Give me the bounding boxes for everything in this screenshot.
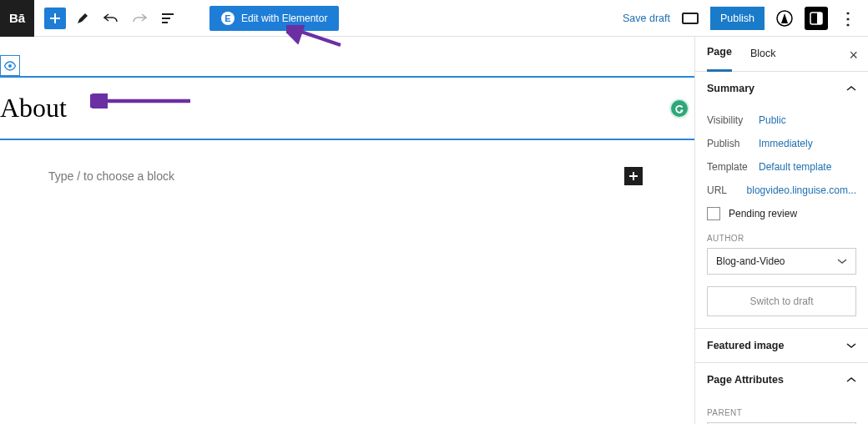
close-sidebar-button[interactable]: × <box>849 47 858 64</box>
author-section-label: AUTHOR <box>707 234 856 243</box>
visibility-label: Visibility <box>707 114 759 126</box>
edit-icon[interactable] <box>71 7 94 30</box>
svg-rect-2 <box>817 13 822 24</box>
publish-row: Publish Immediately <box>707 132 856 155</box>
url-row: URL blogvideo.linguise.com... <box>707 179 856 202</box>
elementor-label: Edit with Elementor <box>241 13 327 24</box>
parent-label: PARENT <box>707 408 856 417</box>
author-value: Blog-and-Video <box>716 255 785 267</box>
svg-point-3 <box>8 64 12 68</box>
url-value[interactable]: blogvideo.linguise.com... <box>747 184 856 196</box>
add-block-button[interactable] <box>44 8 66 29</box>
edit-with-elementor-button[interactable]: E Edit with Elementor <box>209 6 339 31</box>
pending-review-checkbox[interactable] <box>707 207 720 220</box>
pending-review-label: Pending review <box>729 208 797 220</box>
undo-icon[interactable] <box>99 7 123 30</box>
toolbar-right: Save draft Publish ⋮ <box>623 7 860 30</box>
featured-image-panel: Featured image <box>695 329 868 363</box>
sidebar-tabs: Page Block × <box>695 37 868 72</box>
elementor-icon: E <box>221 12 235 25</box>
editor-canvas: Type / to choose a block <box>0 37 694 424</box>
page-attributes-title: Page Attributes <box>707 374 784 386</box>
chevron-up-icon <box>846 374 856 386</box>
switch-to-draft-button[interactable]: Switch to draft <box>707 286 856 316</box>
summary-title: Summary <box>707 83 754 94</box>
visibility-value[interactable]: Public <box>759 114 786 126</box>
author-select[interactable]: Blog-and-Video <box>707 248 856 275</box>
main-area: Type / to choose a block Page Block × Su… <box>0 37 868 424</box>
settings-panel-toggle[interactable] <box>805 7 828 30</box>
visibility-marker[interactable] <box>0 55 20 76</box>
dots-icon: ⋮ <box>840 8 856 28</box>
grammarly-icon[interactable] <box>669 98 689 119</box>
top-toolbar: Bā E Edit with Elementor Save draft Publ… <box>0 0 868 37</box>
save-draft-link[interactable]: Save draft <box>623 13 670 24</box>
template-value[interactable]: Default template <box>759 161 831 173</box>
page-attributes-toggle[interactable]: Page Attributes <box>695 363 868 396</box>
summary-panel-body: Visibility Public Publish Immediately Te… <box>695 105 868 328</box>
content-area: Type / to choose a block <box>0 140 694 212</box>
more-menu-button[interactable]: ⋮ <box>836 7 860 30</box>
add-block-inline-button[interactable] <box>624 167 643 185</box>
featured-image-title: Featured image <box>707 340 784 351</box>
template-row: Template Default template <box>707 155 856 179</box>
chevron-down-icon <box>846 340 856 351</box>
preview-button[interactable] <box>679 7 702 30</box>
block-placeholder[interactable]: Type / to choose a block <box>48 169 646 183</box>
publish-button[interactable]: Publish <box>710 7 765 30</box>
template-label: Template <box>707 161 759 173</box>
visibility-row: Visibility Public <box>707 109 856 132</box>
tab-page[interactable]: Page <box>707 37 732 72</box>
publish-value[interactable]: Immediately <box>759 138 813 149</box>
chevron-up-icon <box>846 83 856 94</box>
summary-panel: Summary Visibility Public Publish Immedi… <box>695 72 868 329</box>
wordpress-logo[interactable]: Bā <box>0 0 34 37</box>
astra-icon[interactable] <box>773 7 796 30</box>
tab-block[interactable]: Block <box>750 48 776 61</box>
redo-icon[interactable] <box>128 7 151 30</box>
pending-review-row: Pending review <box>707 202 856 225</box>
toolbar-left: E Edit with Elementor <box>44 6 339 31</box>
featured-image-toggle[interactable]: Featured image <box>695 329 868 362</box>
outline-icon[interactable] <box>156 7 179 30</box>
publish-label: Publish <box>707 138 759 149</box>
settings-sidebar: Page Block × Summary Visibility Public P… <box>694 37 868 424</box>
desktop-icon <box>682 13 699 24</box>
title-block <box>0 76 694 140</box>
page-attributes-panel: Page Attributes PARENT × <box>695 363 868 424</box>
url-label: URL <box>707 184 747 196</box>
summary-panel-toggle[interactable]: Summary <box>695 72 868 105</box>
page-attributes-body: PARENT × <box>695 396 868 424</box>
page-title-input[interactable] <box>0 93 669 124</box>
chevron-down-icon <box>837 255 847 267</box>
